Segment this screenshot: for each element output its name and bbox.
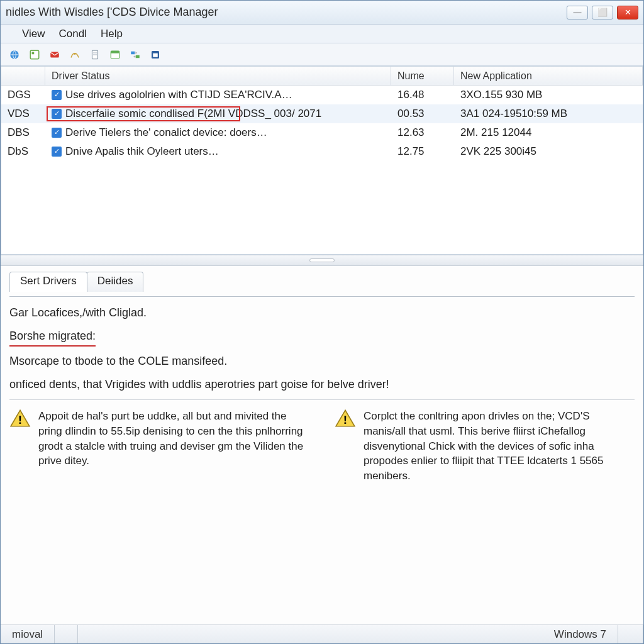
detail-line1: Gar Locafices,/with Cliglad. (9, 304, 635, 321)
tab-deiides[interactable]: Deiides (87, 272, 144, 292)
curve-icon[interactable] (67, 47, 82, 62)
splitter-handle[interactable] (1, 255, 643, 266)
table-row[interactable]: DbS✓Dnive Apalis thik Oyleert uters…12.7… (1, 142, 643, 161)
row-app: 3XO.155 930 MB (454, 87, 643, 103)
tab-body: Gar Locafices,/with Cliglad. Borshe migr… (9, 296, 635, 484)
menu-item-condl[interactable]: Condl (59, 28, 87, 40)
svg-text:!: ! (18, 413, 22, 426)
check-icon[interactable]: ✓ (52, 128, 62, 138)
warning-icon: ! (9, 409, 31, 428)
svg-point-4 (74, 53, 76, 55)
table-row[interactable]: DBS✓Derive Tielers the' conalict device:… (1, 123, 643, 142)
svg-text:!: ! (343, 413, 347, 426)
detail-heading: Borshe migrated: (9, 328, 96, 347)
row-status: ✓Discerfaiie somic condlised F(2MI VDDSS… (45, 106, 391, 121)
warning-2: ! Corplct the conltring apon drivles on … (335, 409, 635, 484)
row-status: ✓Dnive Apalis thik Oyleert uters… (45, 144, 391, 159)
warning-1: ! Appoit de hal's purt be uddke, all but… (9, 409, 309, 484)
row-status-text: Derive Tielers the' conalict device: doe… (65, 126, 267, 139)
menubar: View Condl Help (1, 25, 643, 43)
check-icon[interactable]: ✓ (52, 90, 62, 100)
list-rows: DGS✓Use drives agololrien with CTIJD SEA… (1, 86, 643, 161)
window-controls: — ⬜ ✕ (567, 6, 638, 19)
check-icon[interactable]: ✓ (52, 147, 62, 157)
svg-rect-3 (50, 52, 59, 57)
table-row[interactable]: VDS✓Discerfaiie somic condlised F(2MI VD… (1, 104, 643, 123)
row-status-text: Use drives agololrien with CTIJD SEA'RCI… (65, 89, 292, 101)
table-row[interactable]: DGS✓Use drives agololrien with CTIJD SEA… (1, 86, 643, 104)
globe-icon[interactable] (7, 47, 22, 62)
window-icon[interactable] (148, 47, 163, 62)
statusbar: mioval Windows 7 (1, 625, 643, 643)
detail-line2: Msorcape to tbode to the COLE mansifeed. (9, 353, 635, 370)
tabs: Sert Drivers Deiides (9, 271, 635, 291)
driver-list: Driver Status Nume New Application DGS✓U… (1, 66, 643, 255)
row-id: DbS (1, 144, 45, 159)
check-icon[interactable]: ✓ (52, 109, 62, 119)
row-nume: 00.53 (391, 106, 454, 121)
row-status-text: Dnive Apalis thik Oyleert uters… (65, 145, 219, 158)
envelope-icon[interactable] (47, 47, 62, 62)
status-os: Windows 7 (543, 625, 618, 643)
svg-rect-9 (111, 51, 119, 53)
app-window: nidles With Wisdles ['CDS Divice Manager… (0, 0, 644, 644)
browser-icon[interactable] (108, 47, 123, 62)
row-app: 2VK 225 300i45 (454, 144, 643, 159)
row-nume: 12.75 (391, 144, 454, 159)
warning-icon: ! (335, 409, 356, 428)
col-header-nume[interactable]: Nume (391, 67, 454, 85)
svg-rect-2 (32, 52, 35, 54)
row-status-text: Discerfaiie somic condlised F(2MI VDDSS_… (65, 108, 321, 120)
menu-item-view[interactable]: View (22, 28, 45, 40)
svg-rect-10 (131, 51, 135, 54)
status-cell-2 (55, 625, 78, 643)
window-title: nidles With Wisdles ['CDS Divice Manager (6, 6, 567, 19)
layout-icon[interactable] (27, 47, 42, 62)
col-header-id[interactable] (1, 67, 45, 85)
row-id: DBS (1, 125, 45, 140)
warnings: ! Appoit de hal's purt be uddke, all but… (9, 399, 635, 484)
row-id: VDS (1, 106, 45, 121)
close-button[interactable]: ✕ (617, 6, 638, 19)
menu-item-help[interactable]: Help (101, 28, 123, 40)
detail-line3: onficed dents, that Vrigides with uddlis… (9, 376, 635, 393)
minimize-button[interactable]: — (567, 6, 588, 19)
row-status: ✓Derive Tielers the' conalict device: do… (45, 125, 391, 140)
row-app: 3A1 024-19510:59 MB (454, 106, 643, 121)
titlebar: nidles With Wisdles ['CDS Divice Manager… (1, 1, 643, 25)
maximize-button[interactable]: ⬜ (592, 6, 613, 19)
row-status: ✓Use drives agololrien with CTIJD SEA'RC… (45, 87, 391, 103)
list-header: Driver Status Nume New Application (1, 67, 643, 86)
status-cell-end (618, 625, 643, 643)
row-app: 2M. 215 12044 (454, 125, 643, 140)
svg-rect-1 (30, 50, 39, 59)
row-nume: 12.63 (391, 125, 454, 140)
svg-rect-11 (136, 55, 140, 58)
warning-text-1: Appoit de hal's purt be uddke, all but a… (38, 409, 309, 484)
swap-icon[interactable] (128, 47, 143, 62)
toolbar (1, 43, 643, 66)
row-id: DGS (1, 87, 45, 103)
row-nume: 16.48 (391, 87, 454, 103)
details-panel: Sert Drivers Deiides Gar Locafices,/with… (1, 266, 643, 625)
status-left: mioval (1, 625, 55, 643)
warning-text-2: Corplct the conltring apon drivles on th… (364, 409, 635, 484)
col-header-app[interactable]: New Application (454, 67, 643, 85)
tab-sert-drivers[interactable]: Sert Drivers (9, 272, 87, 292)
col-header-status[interactable]: Driver Status (45, 67, 391, 85)
doc-icon[interactable] (87, 47, 103, 62)
svg-rect-13 (153, 53, 158, 57)
